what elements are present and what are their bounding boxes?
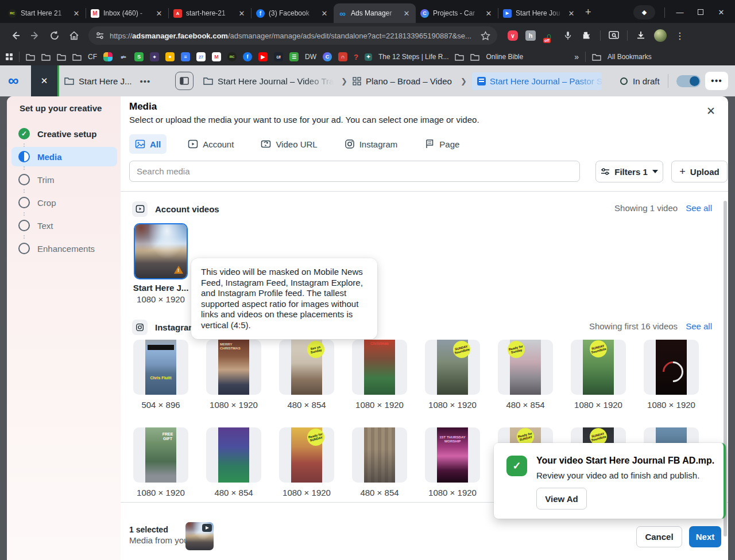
glo-bookmark-icon[interactable]: glo: [119, 52, 128, 61]
bookmark-folder-icon[interactable]: [455, 53, 464, 61]
video-card[interactable]: Christmas 1080 × 1920: [352, 340, 407, 410]
apps-grid-icon[interactable]: [6, 53, 13, 60]
video-card[interactable]: 1ST THURSDAY WORSHIP 1080 × 1920: [425, 427, 480, 497]
browser-ai-sparkle-button[interactable]: ◆: [633, 5, 655, 20]
ad-active-toggle[interactable]: [676, 75, 701, 87]
bookmark-folder-icon[interactable]: [26, 53, 35, 61]
youtube-bookmark-icon[interactable]: ▶: [258, 52, 268, 61]
tab-close-icon[interactable]: ✕: [567, 9, 576, 18]
video-card[interactable]: 1080 × 1920: [644, 340, 699, 410]
browser-tab-7[interactable]: ▶ Start Here Jou ✕: [498, 3, 581, 23]
ui-bookmark-icon[interactable]: UI: [274, 52, 283, 61]
step-media[interactable]: Media: [11, 147, 117, 166]
video-card[interactable]: 480 × 854: [352, 427, 407, 497]
bookmark-cf[interactable]: CF: [88, 53, 97, 61]
browser-profile-avatar[interactable]: [654, 29, 667, 42]
bookmark-dw[interactable]: DW: [305, 53, 316, 61]
forward-icon[interactable]: [26, 27, 44, 44]
search-media-input[interactable]: [129, 161, 580, 182]
bookmark-folder-icon[interactable]: [72, 53, 82, 61]
video-card[interactable]: MERRY CHRISTMAS 1080 × 1920: [206, 340, 261, 410]
video-card[interactable]: Ready for SUNDAY 1080 × 1920: [279, 427, 334, 497]
tab-page[interactable]: Page: [419, 134, 465, 154]
see-all-link[interactable]: See all: [686, 203, 712, 213]
filters-button[interactable]: Filters 1: [595, 161, 663, 182]
step-crop[interactable]: Crop: [11, 193, 117, 212]
search-tabs-icon[interactable]: [608, 30, 620, 41]
new-tab-button[interactable]: +: [585, 6, 591, 18]
tab-close-icon[interactable]: ✕: [72, 9, 81, 18]
coupon-extension-icon[interactable]: ∩off: [543, 30, 555, 41]
modal-close-icon[interactable]: ✕: [706, 104, 715, 118]
address-bar[interactable]: https://adsmanager.facebook.com/adsmanag…: [88, 26, 497, 45]
browser-tab-ads-manager[interactable]: ∞ Ads Manager ✕: [334, 3, 416, 23]
tab-close-icon[interactable]: ✕: [402, 9, 411, 18]
video-card[interactable]: FREE GIFT 1080 × 1920: [133, 427, 188, 497]
bookmark-online-bible[interactable]: Online Bible: [486, 53, 523, 61]
video-card[interactable]: Ready for Sunday 480 × 854: [498, 340, 553, 410]
canva-bookmark-icon[interactable]: C: [323, 52, 332, 61]
collapse-panel-button[interactable]: [175, 72, 194, 90]
warning-icon[interactable]: [174, 266, 183, 274]
breadcrumb-ad-current[interactable]: Start Here Journal – Pastor St: [472, 65, 602, 96]
selected-media-thumbnail[interactable]: [185, 522, 214, 550]
tab-close-icon[interactable]: ✕: [320, 9, 329, 18]
all-bookmarks-folder-icon[interactable]: [592, 53, 601, 61]
reload-icon[interactable]: [46, 27, 63, 44]
browser-tab-1[interactable]: RC Start Here 21 ✕: [3, 3, 86, 23]
window-maximize-button[interactable]: [695, 8, 706, 17]
bookmark-folder-icon[interactable]: [41, 53, 51, 61]
tab-account[interactable]: Account: [182, 134, 239, 154]
all-bookmarks-label[interactable]: All Bookmarks: [608, 53, 652, 61]
browser-tab-4[interactable]: f (3) Facebook ✕: [252, 3, 334, 23]
tab-close-icon[interactable]: ✕: [237, 9, 246, 18]
browser-tab-6[interactable]: C Projects - Car ✕: [416, 3, 498, 23]
tab-instagram[interactable]: Instagram: [339, 134, 404, 154]
purple-app-bookmark-icon[interactable]: ⌖: [150, 52, 159, 61]
headphones-bookmark-icon[interactable]: ∩: [338, 52, 347, 61]
editor-tab[interactable]: Start Here J... •••: [64, 65, 150, 96]
video-card[interactable]: See ya Sunday 480 × 854: [279, 340, 334, 410]
header-more-button[interactable]: •••: [705, 72, 728, 90]
view-ad-button[interactable]: View Ad: [536, 488, 587, 510]
breadcrumb-campaign[interactable]: Start Here Journal – Video Tra: [203, 65, 334, 96]
selected-video-card[interactable]: [134, 223, 188, 279]
bookmark-folder-icon[interactable]: [470, 53, 479, 61]
browser-tab-3[interactable]: A start-here-21 ✕: [169, 3, 251, 23]
microphone-icon[interactable]: [562, 30, 574, 41]
step-trim[interactable]: Trim: [11, 170, 117, 189]
meta-logo[interactable]: ∞: [8, 72, 19, 90]
video-card[interactable]: Chris Fluitt 504 × 896: [133, 340, 188, 410]
tab-close-icon[interactable]: ✕: [154, 9, 164, 18]
next-button[interactable]: Next: [689, 526, 721, 547]
slack-bookmark-icon[interactable]: [103, 52, 113, 61]
window-minimize-button[interactable]: —: [674, 8, 686, 17]
site-settings-icon[interactable]: [95, 31, 105, 40]
tab-close-icon[interactable]: ✕: [484, 9, 493, 18]
rc-bookmark-icon[interactable]: RC: [227, 52, 237, 61]
extensions-puzzle-icon[interactable]: [581, 30, 593, 41]
step-text[interactable]: Text: [11, 216, 117, 235]
bookmarks-overflow-chevron[interactable]: »: [574, 52, 579, 61]
back-icon[interactable]: [7, 27, 24, 44]
calendar-bookmark-icon[interactable]: 27: [196, 52, 206, 61]
breadcrumb-adset[interactable]: Plano – Broad – Video: [353, 65, 452, 96]
help-bookmark-icon[interactable]: ?: [354, 53, 358, 61]
video-card[interactable]: SUNDAY Soundbite 1080 × 1920: [425, 340, 480, 410]
pocket-extension-icon[interactable]: ∨: [508, 30, 518, 41]
subsplash-bookmark-icon[interactable]: S: [134, 52, 144, 61]
step-creative-setup[interactable]: ✓ Creative setup: [11, 124, 117, 143]
list-bookmark-icon[interactable]: ☰: [289, 52, 299, 61]
downloads-icon[interactable]: [635, 30, 647, 41]
tab-video-url[interactable]: Video URL: [255, 134, 323, 154]
window-close-button[interactable]: ✕: [715, 8, 727, 17]
facebook-bookmark-icon[interactable]: f: [243, 52, 252, 61]
home-icon[interactable]: [65, 27, 83, 44]
step-enhancements[interactable]: Enhancements: [11, 239, 117, 258]
browser-menu-icon[interactable]: ⋮: [674, 30, 686, 41]
bookmark-twelve-steps[interactable]: The 12 Steps | Life R...: [378, 53, 449, 61]
editor-tab-menu-icon[interactable]: •••: [140, 76, 151, 86]
url-text[interactable]: https://adsmanager.facebook.com/adsmanag…: [110, 32, 475, 40]
docs-bookmark-icon[interactable]: ≡: [181, 52, 190, 61]
editor-close-tab[interactable]: ✕: [31, 65, 57, 96]
